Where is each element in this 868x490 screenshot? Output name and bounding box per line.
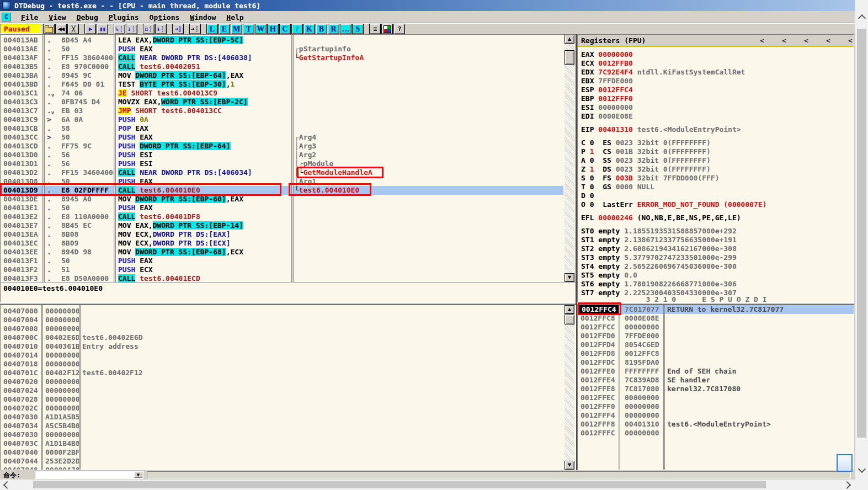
disasm-row[interactable]: 004013AB.8D45 A4LEA EAX,DWORD PTR SS:[EB… [1,36,563,45]
menu-item-view[interactable]: View [44,13,71,22]
disasm-row[interactable]: 004013F3.E8 D50A0000CALL test6.00401ECD [1,274,563,283]
view-call-stack[interactable]: K [303,24,315,34]
pause-icon[interactable]: ▮▮ [97,24,108,34]
run-icon[interactable]: ▶ [84,24,96,34]
register-row[interactable]: EDX 7C92E4F4 ntdll.KiFastSystemCallRet [581,68,853,77]
step-into-icon[interactable]: ↳⋮ [114,24,125,34]
child-window-icon[interactable]: C [2,13,11,22]
disasm-row[interactable]: 004013AE.50PUSH EAX┌pStartupinfo [1,45,563,54]
register-row[interactable]: ESI 00000000 [581,103,853,112]
stack-scroll-button[interactable] [837,454,853,472]
dump-scrollbar[interactable]: ▲ ▼ [565,305,574,470]
disasm-row[interactable]: 004013BA.8945 9CMOV DWORD PTR SS:[EBP-64… [1,71,563,80]
dump-row[interactable]: 0040702C00000000 [1,404,563,413]
dump-row[interactable]: 004070100040361BEntry address [1,342,563,351]
scrollbar-thumb[interactable] [565,315,574,324]
outer-vertical-scrollbar[interactable] [855,0,868,480]
open-file-icon[interactable] [43,24,55,34]
register-row[interactable]: Z 1 DS 0023 32bit 0(FFFFFFFF) [581,165,853,174]
column-divider[interactable] [114,35,116,282]
register-row[interactable]: ST0 empty 1.1855193531588857000e+292 [581,227,853,236]
dump-row[interactable]: 004070400000F2BF [1,448,563,457]
register-row[interactable]: EIP 00401310 test6.<ModuleEntryPoint> [581,125,853,134]
view-run-trace[interactable]: … [340,24,352,34]
view-handles[interactable]: H [267,24,279,34]
column-divider[interactable] [41,305,43,470]
dump-row[interactable]: 00407044253E2D2D [1,457,563,466]
chevron-right-icon[interactable] [843,481,851,489]
animate-into-icon[interactable]: ⇊⋮ [143,24,155,34]
chevron-up-icon[interactable] [858,14,866,22]
disasm-row[interactable]: 004013D0.56PUSH ESI│Arg2 [1,151,563,159]
disasm-row[interactable]: 004013CB.58POP EAX [1,124,563,133]
scrollbar-thumb[interactable] [33,481,766,488]
register-row[interactable]: C 0 ES 0023 32bit 0(FFFFFFFF) [581,139,853,147]
disasm-row[interactable]: 004013EA.8B08MOV ECX,DWORD PTR DS:[EAX] [1,230,563,239]
menu-item-file[interactable]: File [16,13,44,22]
view-executables[interactable]: E [219,24,230,34]
register-row[interactable]: EFL 00000246 (NO,NB,E,BE,NS,PE,GE,LE) [581,214,853,222]
register-row[interactable]: 3 2 1 0 E S P U O Z D I [581,295,853,302]
column-divider[interactable] [619,305,620,470]
collapse-section-button[interactable]: < [826,36,830,45]
disasm-row[interactable]: 004013F2.51PUSH ECX [1,265,563,274]
register-row[interactable]: ST1 empty 2.1386712337756635000e+191 [581,236,853,244]
dump-row[interactable]: 00407030A1D1A5B5 [1,413,563,422]
column-divider[interactable] [42,35,45,282]
menu-item-window[interactable]: Window [185,13,221,22]
dump-row[interactable]: 0040702400000000 [1,386,563,395]
execute-till-return-icon[interactable]: →] [172,24,184,34]
register-row[interactable]: ST4 empty 2.5652260696745036000e-300 [581,262,853,271]
disasm-row[interactable]: 004013CD.FF75 9CPUSH DWORD PTR SS:[EBP-6… [1,142,563,151]
register-row[interactable]: EAX 00000000 [581,50,853,59]
close-icon[interactable]: ╳ [67,24,79,34]
chevron-left-icon[interactable] [3,481,11,489]
scroll-up-icon[interactable]: ▲ [565,35,574,44]
view-menu-icon[interactable]: ≡ [369,24,381,34]
collapse-section-button[interactable]: < [848,36,853,45]
view-source[interactable]: S [352,24,364,34]
register-row[interactable]: EBP 0012FFF0 [581,94,853,103]
view-references[interactable]: R [328,24,339,34]
chevron-down-icon[interactable]: ▼ [134,472,142,478]
view-breakpoints[interactable]: B [316,24,327,34]
dump-row[interactable]: 0040701800000000 [1,360,563,369]
dump-row[interactable]: 0040704800000A78 [1,466,563,470]
register-row[interactable]: EBX 7FFDE000 [581,77,853,86]
register-row[interactable]: EDI 0000E08E [581,112,853,121]
registers-pane[interactable]: Registers (FPU) <<<<< EAX 00000000ECX 00… [577,34,854,302]
collapse-section-button[interactable]: < [782,36,786,45]
disasm-row[interactable]: 004013C1.v74 06JE SHORT test6.004013C9 [1,89,563,98]
dump-row[interactable]: 0040703800000000 [1,430,563,439]
memory-dump-pane[interactable]: 0040700000000000004070040000000000407008… [0,305,576,470]
disasm-row[interactable]: 004013E1.50PUSH EAX [1,204,563,212]
view-cpu[interactable]: C [279,24,291,34]
restart-icon[interactable]: ◀◀ [55,24,67,34]
dump-row[interactable]: 0040700000000000 [1,307,563,316]
disasm-row[interactable]: 004013AF.FF15 38604000CALL NEAR DWORD PT… [1,54,563,62]
view-threads[interactable]: T [243,24,254,34]
disasm-row[interactable]: 004013F1.50PUSH EAX [1,257,563,265]
register-row[interactable]: S 0 FS 003B 32bit 7FFDD000(FFF) [581,174,853,183]
disasm-row[interactable]: 004013BD.F645 D0 01TEST BYTE PTR SS:[EBP… [1,80,563,89]
view-log[interactable]: L [206,24,218,34]
disasm-row[interactable]: 004013DE.8945 A0MOV DWORD PTR SS:[EBP-60… [1,195,563,204]
register-row[interactable]: D 0 [581,191,853,200]
chevron-down-icon[interactable] [858,465,866,473]
scroll-down-icon[interactable]: ▼ [565,273,574,282]
command-input[interactable]: ▼ [35,471,143,479]
column-divider[interactable] [291,35,294,282]
scroll-down-icon[interactable]: ▼ [565,461,574,470]
help-icon[interactable]: ? [393,24,405,34]
view-windows[interactable]: W [255,24,267,34]
register-row[interactable]: A 0 SS 0023 32bit 0(FFFFFFFF) [581,156,853,165]
disasm-row[interactable]: 004013E7.8B45 ECMOV EAX,DWORD PTR SS:[EB… [1,221,563,230]
disassembly-pane[interactable]: 004013AB.8D45 A4LEA EAX,DWORD PTR SS:[EB… [0,34,576,283]
disasm-row[interactable]: 004013D2.FF15 34604000CALL NEAR DWORD PT… [1,168,563,177]
menu-item-plugins[interactable]: Plugins [104,13,145,22]
view-memory[interactable]: M [231,24,242,34]
appearance-grid-icon[interactable] [381,24,393,34]
register-row[interactable]: ST2 empty 2.6086219434162167000e-308 [581,244,853,253]
disasm-row[interactable]: 004013D1.56PUSH ESI│┌pModule [1,159,563,168]
column-divider[interactable] [663,305,665,470]
